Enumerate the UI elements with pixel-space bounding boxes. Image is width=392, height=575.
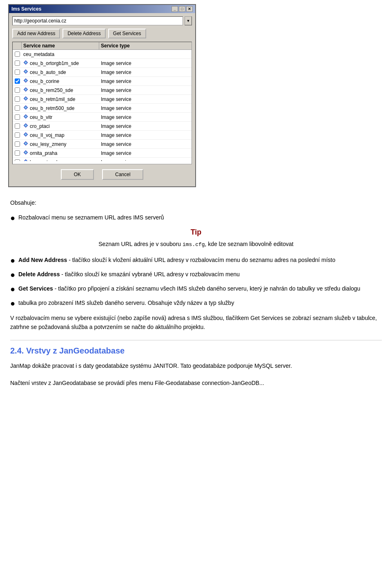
checkbox-input[interactable] — [15, 141, 20, 147]
table-row[interactable]: ceu_lesy_zmenyImage service — [13, 140, 192, 149]
delete-address-button[interactable]: Delete Address — [62, 29, 105, 38]
image-service-icon — [23, 96, 28, 102]
checkbox-input[interactable] — [15, 60, 20, 66]
service-type-cell: Image service — [99, 105, 192, 112]
row-checkbox[interactable] — [13, 78, 22, 84]
table-row[interactable]: ceu_b_rem250_sdeImage service — [13, 86, 192, 95]
service-name-cell: ceu_b_ortorgb1m_sde — [22, 60, 99, 67]
bullet-text-1: Rozbalovací menu se seznamem URL adres I… — [18, 213, 164, 222]
checkbox-col-header — [13, 42, 22, 49]
table-row[interactable]: ceu_b_corineImage service — [13, 77, 192, 86]
table-row[interactable]: ceu_b_vitrImage service — [13, 113, 192, 122]
row-checkbox[interactable] — [13, 132, 22, 138]
bullet-item-4: ● Get Services - tlačítko pro připojení … — [10, 284, 382, 293]
add-address-desc: - tlačítko slouží k vložení aktuální URL… — [67, 257, 335, 263]
service-name-cell: ceu_b_corine — [22, 78, 99, 85]
paragraph-3: Načtení vrstev z JanGeodatabase se prová… — [10, 378, 382, 387]
service-name-cell: ceu_b_retm1mil_sde — [22, 96, 99, 103]
table-row[interactable]: ceu_b_retm500_sdeImage service — [13, 104, 192, 113]
image-service-icon — [23, 132, 28, 138]
row-checkbox[interactable] — [13, 51, 22, 57]
image-service-icon — [23, 105, 28, 111]
row-checkbox[interactable] — [13, 105, 22, 111]
service-name-text: ceu_lesy_zmeny — [30, 141, 66, 147]
checkbox-input[interactable] — [15, 132, 20, 138]
image-service-icon — [23, 60, 28, 66]
row-checkbox[interactable] — [13, 60, 22, 66]
get-services-button[interactable]: Get Services — [108, 29, 146, 38]
service-name-cell: ceu_II_voj_map — [22, 132, 99, 139]
row-checkbox[interactable] — [13, 159, 22, 161]
checkbox-input[interactable] — [15, 69, 20, 75]
bullet-text-4: Get Services - tlačítko pro připojení a … — [18, 284, 360, 293]
row-checkbox[interactable] — [13, 69, 22, 75]
table-row[interactable]: ceu_b_auto_sdeImage service — [13, 68, 192, 77]
document-content: Obsahuje: ● Rozbalovací menu se seznamem… — [8, 199, 384, 388]
url-row: ▼ — [12, 16, 192, 25]
ims-services-dialog[interactable]: Ims Services _ □ ✕ ▼ Add new Address Del… — [8, 4, 196, 187]
image-service-icon — [23, 69, 28, 75]
image-service-icon — [23, 78, 28, 84]
checkbox-input[interactable] — [15, 114, 20, 120]
checkbox-input[interactable] — [15, 105, 20, 111]
url-dropdown-button[interactable]: ▼ — [185, 16, 192, 25]
service-name-cell: barometr_sde — [22, 159, 99, 161]
table-row[interactable]: cro_ptaciImage service — [13, 122, 192, 131]
checkbox-input[interactable] — [15, 87, 20, 93]
image-service-icon — [23, 123, 28, 129]
row-checkbox[interactable] — [13, 150, 22, 156]
checkbox-input[interactable] — [15, 159, 20, 161]
tip-text: Seznam URL adres je v souboru ims.cfg, k… — [10, 241, 382, 248]
add-address-button[interactable]: Add new Address — [12, 29, 60, 38]
table-row[interactable]: ceu_metadata — [13, 50, 192, 59]
close-button[interactable]: ✕ — [186, 6, 193, 12]
table-row[interactable]: ornita_prahaImage service — [13, 149, 192, 158]
service-type-cell: Image service — [99, 159, 192, 161]
bullet-text-3: Delete Address - tlačítko slouží ke smaz… — [18, 270, 240, 279]
maximize-button[interactable]: □ — [179, 6, 185, 12]
image-service-icon — [23, 87, 28, 93]
bullet-dot-4: ● — [10, 285, 18, 293]
checkbox-input[interactable] — [15, 78, 20, 84]
row-checkbox[interactable] — [13, 96, 22, 102]
service-name-text: barometr_sde — [30, 159, 60, 161]
service-name-text: ceu_b_vitr — [30, 114, 52, 120]
checkbox-input[interactable] — [15, 150, 20, 156]
row-checkbox[interactable] — [13, 114, 22, 120]
service-name-cell: ceu_b_rem250_sde — [22, 87, 99, 94]
table-row[interactable]: ceu_II_voj_mapImage service — [13, 131, 192, 140]
cancel-button[interactable]: Cancel — [102, 169, 143, 180]
service-name-cell: cro_ptaci — [22, 123, 99, 130]
section-heading-2-4: 2.4. Vrstvy z JanGeodatabase — [10, 346, 382, 356]
table-scroll-area[interactable]: ceu_metadata ceu_b_ortorgb1m_sdeImage se… — [13, 50, 192, 161]
bullet-item-2: ● Add New Address - tlačítko slouží k vl… — [10, 256, 382, 264]
image-service-icon — [23, 114, 28, 120]
bullet-dot-5: ● — [10, 299, 18, 307]
service-type-cell: Image service — [99, 123, 192, 130]
row-checkbox[interactable] — [13, 141, 22, 147]
checkbox-input[interactable] — [15, 51, 20, 57]
bullet-item-5: ● tabulka pro zobrazení IMS služeb danéh… — [10, 299, 382, 307]
service-type-cell: Image service — [99, 69, 192, 76]
checkbox-input[interactable] — [15, 96, 20, 102]
service-name-cell: ceu_metadata — [22, 51, 99, 58]
table-row[interactable]: barometr_sdeImage service — [13, 158, 192, 161]
row-checkbox[interactable] — [13, 123, 22, 129]
checkbox-input[interactable] — [15, 123, 20, 129]
tip-monospace: ims.cfg — [183, 242, 205, 248]
table-row[interactable]: ceu_b_retm1mil_sdeImage service — [13, 95, 192, 104]
service-name-text: ceu_b_rem250_sde — [30, 87, 73, 93]
url-input[interactable] — [12, 16, 183, 25]
bullet-dot-1: ● — [10, 214, 18, 222]
table-header: Service name Service type — [13, 42, 192, 50]
service-name-text: cro_ptaci — [30, 123, 50, 129]
ok-button[interactable]: OK — [61, 169, 94, 180]
tip-text-before: Seznam URL adres je v souboru — [98, 241, 183, 247]
services-table: Service name Service type ceu_metadata c… — [12, 42, 192, 164]
toolbar-buttons: Add new Address Delete Address Get Servi… — [12, 29, 192, 38]
minimize-button[interactable]: _ — [172, 6, 178, 12]
service-type-cell: Image service — [99, 132, 192, 139]
table-row[interactable]: ceu_b_ortorgb1m_sdeImage service — [13, 59, 192, 68]
row-checkbox[interactable] — [13, 87, 22, 93]
section-divider — [10, 340, 382, 340]
